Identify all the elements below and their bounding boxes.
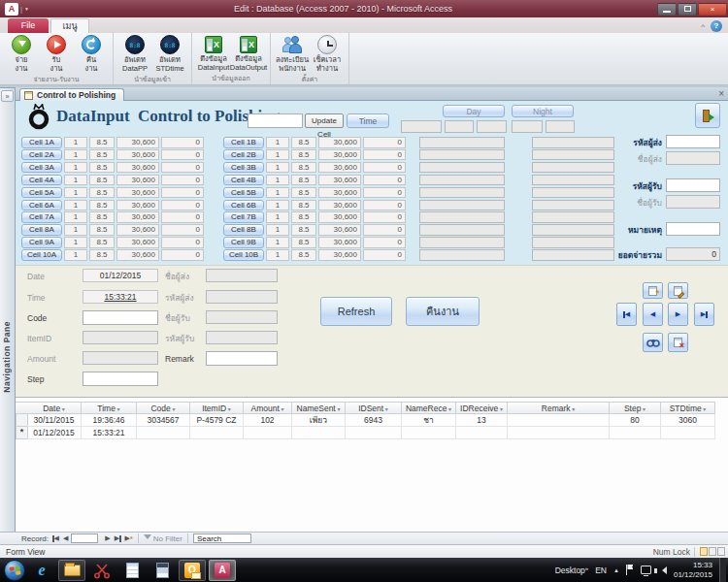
export-dataoutput-button[interactable]: Xดึงข้อมูลDataOutput xyxy=(231,34,266,72)
cell-button[interactable]: Cell 3A xyxy=(21,162,62,174)
taskbar-access-button[interactable]: A xyxy=(209,560,236,581)
table-cell[interactable]: 80 xyxy=(610,414,661,427)
table-cell[interactable] xyxy=(661,427,715,439)
column-header-date[interactable]: Date ▾ xyxy=(27,402,82,414)
cell-button[interactable]: Cell 2B xyxy=(223,149,264,161)
taskbar-ie-button[interactable]: e xyxy=(28,560,55,581)
nav-previous-button[interactable]: ◀ xyxy=(63,534,68,542)
taskbar-notepad-button[interactable] xyxy=(118,560,146,581)
cell-button[interactable]: Cell 8B xyxy=(223,224,264,236)
update-cell-input[interactable] xyxy=(248,113,303,128)
table-cell[interactable]: 30/11/2015 xyxy=(27,414,82,427)
table-cell[interactable]: 6943 xyxy=(346,414,402,427)
column-header-time[interactable]: Time ▾ xyxy=(82,402,137,414)
day-button[interactable]: Day xyxy=(443,105,505,117)
cell-button[interactable]: Cell 4A xyxy=(21,175,62,186)
design-view-button[interactable] xyxy=(717,547,725,556)
next-record-button[interactable]: ▶ xyxy=(668,303,688,326)
tab-file[interactable]: File xyxy=(8,18,49,33)
taskbar-explorer-button[interactable] xyxy=(58,560,85,581)
datasheet-view-button[interactable] xyxy=(709,547,716,556)
exit-form-button[interactable] xyxy=(695,103,720,128)
night-button[interactable]: Night xyxy=(512,105,574,117)
first-record-button[interactable]: ◀ xyxy=(616,303,637,326)
nav-next-button[interactable]: ▶ xyxy=(105,534,110,542)
current-record-box[interactable] xyxy=(71,534,98,543)
filter-status[interactable]: No Filter xyxy=(153,534,182,543)
document-close-icon[interactable]: × xyxy=(718,88,724,100)
language-indicator[interactable]: EN xyxy=(595,566,607,575)
cell-button[interactable]: Cell 4B xyxy=(223,175,264,186)
cell-button[interactable]: Cell 9A xyxy=(21,237,62,248)
taskbar-calculator-button[interactable] xyxy=(149,560,176,581)
table-cell[interactable]: 15:33:21 xyxy=(82,427,137,439)
form-view-button[interactable] xyxy=(700,547,708,556)
side-field-input[interactable] xyxy=(666,178,720,192)
start-button[interactable] xyxy=(4,560,25,581)
cell-button[interactable]: Cell 10B xyxy=(223,249,264,261)
cell-button[interactable]: Cell 3B xyxy=(223,162,264,174)
cell-button[interactable]: Cell 6B xyxy=(223,200,264,211)
taskbar-snipping-button[interactable] xyxy=(88,560,116,581)
assign-work-button[interactable]: จ่ายงาน xyxy=(4,34,39,73)
desktop-toolbar[interactable]: Desktop» xyxy=(555,566,589,575)
refresh-button[interactable]: Refresh xyxy=(320,297,392,326)
table-cell[interactable] xyxy=(137,427,190,439)
column-header-namerece[interactable]: NameRece ▾ xyxy=(402,402,456,414)
search-input[interactable]: Search xyxy=(193,534,251,543)
volume-icon[interactable] xyxy=(658,566,667,574)
time-button[interactable]: Time xyxy=(347,113,389,128)
column-header-amount[interactable]: Amount ▾ xyxy=(244,402,292,414)
tab-menu[interactable]: เมนู xyxy=(50,18,89,33)
cell-button[interactable]: Cell 7A xyxy=(21,211,62,223)
table-cell[interactable]: ชา xyxy=(402,414,456,427)
side-field-input[interactable] xyxy=(666,135,720,148)
table-cell[interactable] xyxy=(402,427,456,439)
document-tab-control-to-polishing[interactable]: Control to Polishing xyxy=(19,88,124,101)
cell-button[interactable]: Cell 1B xyxy=(223,137,264,148)
minimize-button[interactable] xyxy=(657,3,677,16)
detail-code-input[interactable] xyxy=(83,310,158,325)
table-cell[interactable] xyxy=(456,427,508,439)
table-cell[interactable] xyxy=(190,427,244,439)
export-datainput-button[interactable]: Xดึงข้อมูลDataInput xyxy=(196,34,231,72)
table-cell[interactable]: เพียว xyxy=(292,414,346,427)
network-icon[interactable] xyxy=(641,566,651,574)
cell-button[interactable]: Cell 2A xyxy=(21,149,62,161)
update-stdtime-button[interactable]: 8:8อัพเดทSTDtime xyxy=(152,34,187,73)
column-header-idreceive[interactable]: IDReceive ▾ xyxy=(456,402,508,414)
delete-record-button[interactable]: × xyxy=(668,333,688,352)
cell-button[interactable]: Cell 5B xyxy=(223,187,264,199)
column-header-remark[interactable]: Remark ▾ xyxy=(508,402,610,414)
table-cell[interactable] xyxy=(508,414,610,427)
nav-first-button[interactable]: ◀ xyxy=(52,534,59,542)
last-record-button[interactable]: ▶ xyxy=(694,303,714,326)
check-worktime-button[interactable]: เช็คเวลาทำงาน xyxy=(310,34,345,73)
column-header-namesent[interactable]: NameSent ▾ xyxy=(292,402,346,414)
cell-button[interactable]: Cell 8A xyxy=(21,224,62,236)
detail-step-input[interactable] xyxy=(83,372,158,386)
taskbar-outlook-button[interactable]: O xyxy=(179,560,206,581)
taskbar-clock[interactable]: 15:3301/12/2015 xyxy=(674,561,712,580)
update-datapp-button[interactable]: 8:8อัพเดทDataPP xyxy=(117,34,152,73)
help-icon[interactable]: ? xyxy=(711,20,722,32)
cell-button[interactable]: Cell 6A xyxy=(21,200,62,211)
save-record-button[interactable] xyxy=(668,282,688,299)
hidden-icons-icon[interactable]: ▲ xyxy=(613,567,619,573)
table-cell[interactable]: 13 xyxy=(456,414,508,427)
update-cell-button[interactable]: Update Cell xyxy=(305,113,344,128)
nav-last-button[interactable]: ▶ xyxy=(115,534,121,542)
close-button[interactable]: × xyxy=(698,3,727,16)
table-cell[interactable]: P-4579 CZ xyxy=(190,414,244,427)
register-employee-button[interactable]: ลงทะเบียนพนักงาน xyxy=(275,34,310,73)
cell-button[interactable]: Cell 7B xyxy=(223,211,264,223)
cell-button[interactable]: Cell 5A xyxy=(21,187,62,199)
table-cell[interactable] xyxy=(610,427,661,439)
table-cell[interactable]: 102 xyxy=(244,414,292,427)
receive-work-button[interactable]: รับงาน xyxy=(39,34,74,73)
ribbon-collapse-icon[interactable]: ^ xyxy=(701,22,705,31)
cell-button[interactable]: Cell 10A xyxy=(21,249,62,261)
return-work-button[interactable]: คืนงาน xyxy=(406,297,480,326)
table-cell[interactable]: 3034567 xyxy=(137,414,190,427)
column-header-step[interactable]: Step ▾ xyxy=(610,402,661,414)
